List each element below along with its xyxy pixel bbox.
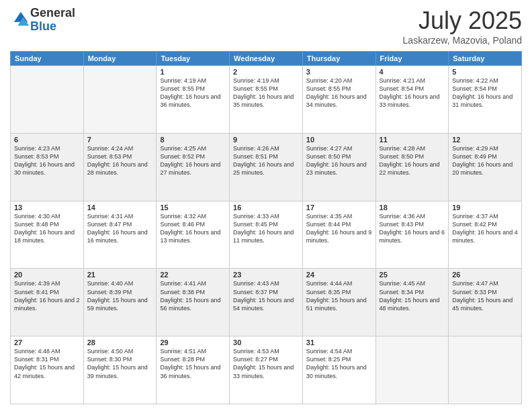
day-info: Sunrise: 4:20 AMSunset: 8:55 PMDaylight:…	[306, 77, 372, 109]
day-number: 19	[452, 203, 518, 212]
day-info: Sunrise: 4:19 AMSunset: 8:55 PMDaylight:…	[233, 77, 299, 109]
day-number: 21	[87, 271, 153, 279]
day-info: Sunrise: 4:43 AMSunset: 8:37 PMDaylight:…	[233, 279, 299, 312]
day-info: Sunrise: 4:53 AMSunset: 8:27 PMDaylight:…	[233, 347, 299, 380]
title-block: July 2025 Laskarzew, Mazovia, Poland	[403, 7, 522, 46]
day-info: Sunrise: 4:39 AMSunset: 8:41 PMDaylight:…	[14, 279, 80, 312]
weekday-header-sunday: Sunday	[11, 52, 84, 66]
day-number: 4	[380, 68, 445, 76]
calendar-cell: 27Sunrise: 4:48 AMSunset: 8:31 PMDayligh…	[11, 336, 84, 404]
calendar-cell: 5Sunrise: 4:22 AMSunset: 8:54 PMDaylight…	[449, 66, 522, 134]
calendar-week-3: 13Sunrise: 4:30 AMSunset: 8:48 PMDayligh…	[11, 201, 522, 269]
day-number: 30	[233, 338, 299, 347]
day-number: 25	[380, 271, 445, 279]
weekday-header-monday: Monday	[83, 52, 157, 66]
day-number: 9	[233, 136, 299, 144]
logo-blue: Blue	[30, 19, 56, 33]
calendar-cell: 12Sunrise: 4:29 AMSunset: 8:49 PMDayligh…	[449, 133, 522, 201]
weekday-header-wednesday: Wednesday	[230, 52, 303, 66]
day-info: Sunrise: 4:51 AMSunset: 8:28 PMDaylight:…	[160, 347, 226, 380]
calendar-week-2: 6Sunrise: 4:23 AMSunset: 8:53 PMDaylight…	[11, 133, 522, 201]
day-info: Sunrise: 4:45 AMSunset: 8:34 PMDaylight:…	[380, 279, 445, 312]
day-number: 11	[380, 136, 445, 144]
main-title: July 2025	[403, 7, 522, 35]
calendar-week-5: 27Sunrise: 4:48 AMSunset: 8:31 PMDayligh…	[11, 336, 522, 404]
day-number: 10	[306, 136, 372, 144]
calendar-cell: 29Sunrise: 4:51 AMSunset: 8:28 PMDayligh…	[157, 336, 230, 404]
calendar-cell: 8Sunrise: 4:25 AMSunset: 8:52 PMDaylight…	[157, 133, 230, 201]
day-info: Sunrise: 4:26 AMSunset: 8:51 PMDaylight:…	[233, 144, 299, 177]
day-info: Sunrise: 4:19 AMSunset: 8:55 PMDaylight:…	[160, 77, 226, 109]
day-number: 12	[452, 136, 518, 144]
day-info: Sunrise: 4:54 AMSunset: 8:25 PMDaylight:…	[306, 347, 372, 380]
day-number: 6	[14, 136, 80, 144]
calendar-cell: 10Sunrise: 4:27 AMSunset: 8:50 PMDayligh…	[302, 133, 375, 201]
day-number: 7	[87, 136, 153, 144]
calendar-cell: 31Sunrise: 4:54 AMSunset: 8:25 PMDayligh…	[302, 336, 375, 404]
day-info: Sunrise: 4:21 AMSunset: 8:54 PMDaylight:…	[380, 77, 445, 109]
day-info: Sunrise: 4:48 AMSunset: 8:31 PMDaylight:…	[14, 347, 80, 380]
day-number: 13	[14, 203, 80, 212]
day-number: 22	[160, 271, 226, 279]
day-info: Sunrise: 4:30 AMSunset: 8:48 PMDaylight:…	[14, 212, 80, 245]
day-info: Sunrise: 4:22 AMSunset: 8:54 PMDaylight:…	[452, 77, 518, 109]
day-info: Sunrise: 4:33 AMSunset: 8:45 PMDaylight:…	[233, 212, 299, 245]
day-info: Sunrise: 4:47 AMSunset: 8:33 PMDaylight:…	[452, 279, 518, 312]
calendar-cell: 2Sunrise: 4:19 AMSunset: 8:55 PMDaylight…	[230, 66, 303, 134]
calendar-cell: 19Sunrise: 4:37 AMSunset: 8:42 PMDayligh…	[449, 201, 522, 269]
subtitle: Laskarzew, Mazovia, Poland	[403, 35, 522, 46]
day-number: 24	[306, 271, 372, 279]
day-number: 29	[160, 338, 226, 347]
day-info: Sunrise: 4:24 AMSunset: 8:53 PMDaylight:…	[87, 144, 153, 177]
day-number: 1	[160, 68, 226, 76]
day-info: Sunrise: 4:36 AMSunset: 8:43 PMDaylight:…	[380, 212, 445, 245]
day-info: Sunrise: 4:28 AMSunset: 8:50 PMDaylight:…	[380, 144, 445, 177]
calendar-cell: 30Sunrise: 4:53 AMSunset: 8:27 PMDayligh…	[230, 336, 303, 404]
calendar-cell: 13Sunrise: 4:30 AMSunset: 8:48 PMDayligh…	[11, 201, 84, 269]
day-info: Sunrise: 4:23 AMSunset: 8:53 PMDaylight:…	[14, 144, 80, 177]
weekday-header-saturday: Saturday	[449, 52, 522, 66]
calendar-week-1: 1Sunrise: 4:19 AMSunset: 8:55 PMDaylight…	[11, 66, 522, 134]
day-number: 23	[233, 271, 299, 279]
day-number: 2	[233, 68, 299, 76]
day-info: Sunrise: 4:40 AMSunset: 8:39 PMDaylight:…	[87, 279, 153, 312]
day-info: Sunrise: 4:37 AMSunset: 8:42 PMDaylight:…	[452, 212, 518, 245]
day-number: 31	[306, 338, 372, 347]
header: General Blue July 2025 Laskarzew, Mazovi…	[10, 7, 522, 46]
day-info: Sunrise: 4:35 AMSunset: 8:44 PMDaylight:…	[306, 212, 372, 245]
logo-icon	[11, 9, 30, 28]
calendar-week-4: 20Sunrise: 4:39 AMSunset: 8:41 PMDayligh…	[11, 269, 522, 336]
page: General Blue July 2025 Laskarzew, Mazovi…	[0, 0, 532, 411]
day-number: 18	[380, 203, 445, 212]
calendar-cell: 6Sunrise: 4:23 AMSunset: 8:53 PMDaylight…	[11, 133, 84, 201]
calendar-cell	[11, 66, 84, 134]
day-info: Sunrise: 4:50 AMSunset: 8:30 PMDaylight:…	[87, 347, 153, 380]
logo-general: General	[30, 6, 75, 19]
calendar-cell	[375, 336, 449, 404]
day-info: Sunrise: 4:29 AMSunset: 8:49 PMDaylight:…	[452, 144, 518, 177]
calendar-cell: 14Sunrise: 4:31 AMSunset: 8:47 PMDayligh…	[83, 201, 157, 269]
day-info: Sunrise: 4:31 AMSunset: 8:47 PMDaylight:…	[87, 212, 153, 245]
day-number: 5	[452, 68, 518, 76]
svg-marker-0	[14, 12, 28, 22]
calendar-cell: 18Sunrise: 4:36 AMSunset: 8:43 PMDayligh…	[375, 201, 449, 269]
calendar-cell: 28Sunrise: 4:50 AMSunset: 8:30 PMDayligh…	[83, 336, 157, 404]
calendar-cell: 7Sunrise: 4:24 AMSunset: 8:53 PMDaylight…	[83, 133, 157, 201]
calendar-cell: 20Sunrise: 4:39 AMSunset: 8:41 PMDayligh…	[11, 269, 84, 336]
day-info: Sunrise: 4:25 AMSunset: 8:52 PMDaylight:…	[160, 144, 226, 177]
day-number: 27	[14, 338, 80, 347]
day-number: 16	[233, 203, 299, 212]
weekday-header-row: SundayMondayTuesdayWednesdayThursdayFrid…	[11, 52, 522, 66]
calendar-cell: 17Sunrise: 4:35 AMSunset: 8:44 PMDayligh…	[302, 201, 375, 269]
calendar-cell: 16Sunrise: 4:33 AMSunset: 8:45 PMDayligh…	[230, 201, 303, 269]
weekday-header-tuesday: Tuesday	[157, 52, 230, 66]
calendar-cell: 3Sunrise: 4:20 AMSunset: 8:55 PMDaylight…	[302, 66, 375, 134]
calendar-cell: 24Sunrise: 4:44 AMSunset: 8:35 PMDayligh…	[302, 269, 375, 336]
day-number: 15	[160, 203, 226, 212]
weekday-header-thursday: Thursday	[302, 52, 375, 66]
calendar-cell: 23Sunrise: 4:43 AMSunset: 8:37 PMDayligh…	[230, 269, 303, 336]
day-info: Sunrise: 4:41 AMSunset: 8:38 PMDaylight:…	[160, 279, 226, 312]
calendar-cell: 9Sunrise: 4:26 AMSunset: 8:51 PMDaylight…	[230, 133, 303, 201]
day-info: Sunrise: 4:27 AMSunset: 8:50 PMDaylight:…	[306, 144, 372, 177]
calendar-cell: 4Sunrise: 4:21 AMSunset: 8:54 PMDaylight…	[375, 66, 449, 134]
